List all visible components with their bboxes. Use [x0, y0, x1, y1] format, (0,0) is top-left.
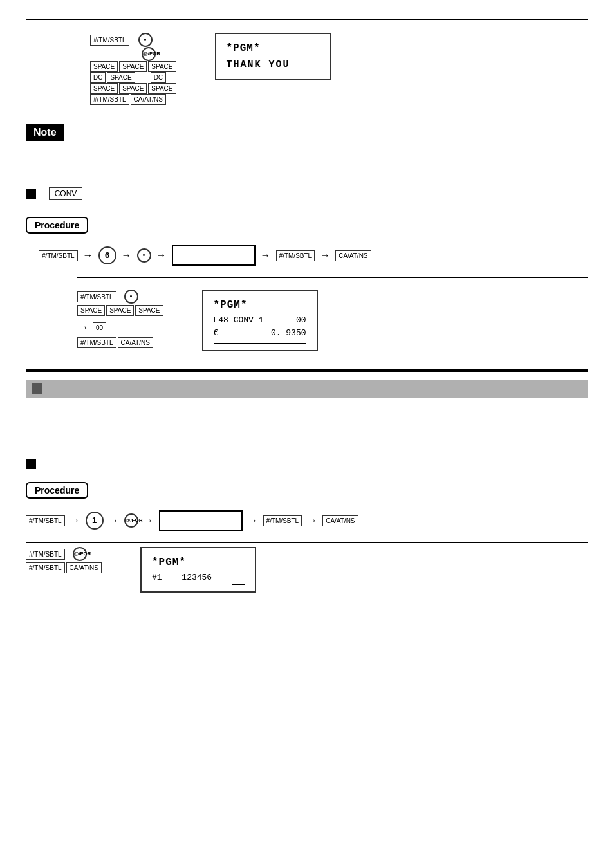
flow2-key-for[interactable]: @/FOR: [124, 513, 138, 528]
receipt-pgm-1: *PGM*: [227, 41, 319, 57]
flow2-input-rect[interactable]: [159, 510, 243, 531]
ex1-row4: #/TM/SBTL CA/AT/NS: [77, 337, 163, 348]
flow1-key-tmsbtl-2[interactable]: #/TM/SBTL: [276, 250, 315, 261]
ex1-space-1[interactable]: SPACE: [77, 305, 105, 316]
key-for-top[interactable]: @/FOR: [142, 47, 156, 61]
note-label: Note: [26, 124, 64, 141]
receipt3-value: 123456: [181, 571, 212, 585]
section2-header-bar: [26, 380, 588, 398]
sub-bullet-section: [26, 459, 588, 470]
example-2-keys: #/TM/SBTL @/FOR #/TM/SBTL CA/AT/NS: [26, 547, 102, 573]
receipt-3: *PGM* #1 123456: [140, 547, 256, 592]
receipt2-underline: [214, 343, 306, 344]
flow2-key-tmsbtl[interactable]: #/TM/SBTL: [26, 515, 65, 526]
ex2-tmsbtl-2[interactable]: #/TM/SBTL: [26, 562, 65, 573]
flow2-arrow-2: →: [109, 515, 119, 526]
conv-section: CONV: [26, 170, 588, 204]
key-space-4[interactable]: SPACE: [107, 72, 135, 83]
bullet-square-1: [26, 189, 36, 199]
receipt-2: *PGM* F48 CONV 1 00 € 0. 9350: [202, 290, 318, 351]
ex1-space-2[interactable]: SPACE: [106, 305, 134, 316]
key-ca-at-ns-1[interactable]: CA/AT/NS: [131, 94, 166, 105]
flow1-key-6[interactable]: 6: [98, 246, 116, 264]
ex2-row2: #/TM/SBTL CA/AT/NS: [26, 562, 102, 573]
procedure-badge-2: Procedure: [26, 482, 88, 499]
ex1-row1: #/TM/SBTL •: [77, 290, 163, 304]
procedure-1-example: #/TM/SBTL • SPACE SPACE SPACE → 00 #/: [77, 277, 588, 351]
conv-key[interactable]: CONV: [49, 187, 83, 200]
flow1-arrow-4: →: [261, 250, 271, 261]
receipt3-pgm: *PGM*: [152, 555, 245, 571]
flow1-input-rect[interactable]: [172, 245, 256, 266]
receipt2-val: 0. 9350: [271, 327, 306, 340]
sub-bullet-square: [26, 459, 36, 469]
key-row-3: DC SPACE DC: [90, 72, 176, 83]
key-row-2: SPACE SPACE SPACE: [90, 61, 176, 72]
ex1-dot[interactable]: •: [124, 290, 138, 304]
ex2-for[interactable]: @/FOR: [73, 547, 87, 561]
ex2-tmsbtl-1[interactable]: #/TM/SBTL: [26, 549, 65, 560]
flow1-arrow-3: →: [156, 250, 167, 261]
flow2-key-tmsbtl-2[interactable]: #/TM/SBTL: [263, 515, 302, 526]
note-section: Note: [26, 116, 588, 161]
flow2-arrow-4: →: [248, 515, 258, 526]
key-dc[interactable]: DC: [90, 72, 106, 83]
procedure-2-flow: #/TM/SBTL → 1 → @/FOR → → #/TM/SBTL → CA…: [26, 510, 588, 531]
flow2-key-caatns[interactable]: CA/AT/NS: [322, 515, 358, 526]
ex1-caatns[interactable]: CA/AT/NS: [118, 337, 153, 348]
receipt-thankyou: THANK YOU: [227, 57, 319, 73]
key-space-3[interactable]: SPACE: [148, 61, 176, 72]
for-key-wrapper: @/FOR: [142, 47, 176, 61]
key-dot-1[interactable]: •: [138, 33, 153, 47]
receipt2-row1: F48 CONV 1 00: [214, 314, 306, 328]
note-content: [28, 151, 588, 161]
conv-key-wrapper: CONV: [49, 187, 83, 200]
receipt3-row1: #1 123456: [152, 571, 245, 585]
flow2-arrow-3: →: [144, 515, 154, 526]
flow1-key-caatns[interactable]: CA/AT/NS: [335, 250, 371, 261]
key-dc-2[interactable]: DC: [151, 72, 166, 83]
procedure-1-flow: #/TM/SBTL → 6 → • → → #/TM/SBTL → CA/AT/…: [39, 245, 588, 266]
key-row-5: #/TM/SBTL CA/AT/NS: [90, 94, 176, 105]
ex1-right-arrow: →: [77, 321, 89, 335]
ex2-row1: #/TM/SBTL @/FOR: [26, 547, 102, 561]
procedure-badge-1: Procedure: [26, 217, 88, 234]
flow2-arrow-1: →: [70, 515, 80, 526]
flow1-arrow-1: →: [83, 250, 93, 261]
key-row-4: SPACE SPACE SPACE: [90, 83, 176, 94]
key-space-6[interactable]: SPACE: [119, 83, 147, 94]
procedure-1-section: Procedure #/TM/SBTL → 6 → • → → #/TM/SBT…: [26, 212, 588, 351]
key-tm-sbtl-1[interactable]: #/TM/SBTL: [90, 35, 129, 46]
key-space-1[interactable]: SPACE: [90, 61, 118, 72]
key-space-2[interactable]: SPACE: [119, 61, 147, 72]
section2-para-1: [26, 404, 588, 418]
conv-description: CONV: [49, 170, 83, 204]
key-row-1: #/TM/SBTL •: [90, 33, 176, 47]
ex1-tmsbtl-1[interactable]: #/TM/SBTL: [77, 291, 116, 302]
receipt2-euro: €: [214, 327, 219, 340]
key-space-7[interactable]: SPACE: [148, 83, 176, 94]
ex1-00[interactable]: 00: [93, 322, 106, 333]
example-2-content: #/TM/SBTL @/FOR #/TM/SBTL CA/AT/NS *PGM*…: [26, 547, 588, 592]
key-space-5[interactable]: SPACE: [90, 83, 118, 94]
receipt3-hash1: #1: [152, 571, 162, 585]
example-divider-1: [77, 277, 588, 284]
key-tm-sbtl-2[interactable]: #/TM/SBTL: [90, 94, 129, 105]
flow1-key-tmsbtl[interactable]: #/TM/SBTL: [39, 250, 78, 261]
receipt2-row2: € 0. 9350: [214, 327, 306, 340]
section2-para-3: [26, 439, 588, 452]
procedure-2-section: Procedure #/TM/SBTL → 1 → @/FOR → → #/TM…: [26, 477, 588, 592]
ex1-row2: SPACE SPACE SPACE: [77, 305, 163, 316]
flow1-key-dot[interactable]: •: [137, 248, 151, 263]
example-1-keys: #/TM/SBTL • SPACE SPACE SPACE → 00 #/: [77, 290, 163, 348]
key-sequence-block-1: #/TM/SBTL • @/FOR SPACE SPACE SPACE DC S…: [90, 33, 176, 105]
sub-bullet-text: [44, 459, 46, 468]
section2-para-2: [26, 421, 588, 435]
top-diagram: #/TM/SBTL • @/FOR SPACE SPACE SPACE DC S…: [90, 33, 588, 105]
flow2-key-1[interactable]: 1: [86, 512, 104, 530]
ex2-caatns[interactable]: CA/AT/NS: [66, 562, 102, 573]
receipt-1: *PGM* THANK YOU: [215, 33, 331, 80]
ex1-tmsbtl-2[interactable]: #/TM/SBTL: [77, 337, 116, 348]
ex1-space-3[interactable]: SPACE: [135, 305, 163, 316]
example2-divider: [26, 542, 588, 543]
